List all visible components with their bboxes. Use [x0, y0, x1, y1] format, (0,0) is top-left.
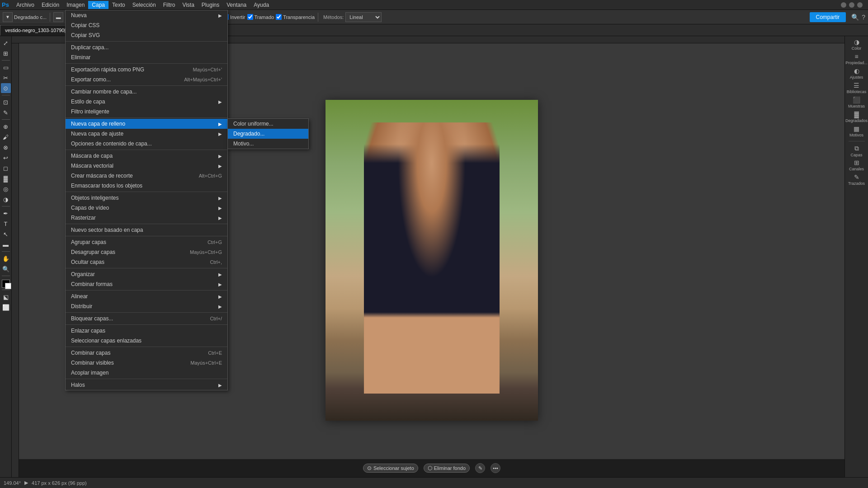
tool-shape[interactable]: ▬: [1, 239, 11, 249]
menu-item-combinar-formas[interactable]: Combinar formas ▶: [66, 279, 227, 289]
menubar-item-imagen[interactable]: Imagen: [63, 1, 88, 9]
menu-item-duplicar-capa[interactable]: Duplicar capa...: [66, 42, 227, 52]
menu-item-enlazar-capas[interactable]: Enlazar capas: [66, 326, 227, 336]
menu-item-exportacion-rapida[interactable]: Exportación rápida como PNG Mayús+Ctrl+': [66, 65, 227, 75]
menu-item-nueva-capa-relleno[interactable]: Nueva capa de relleno ▶ Color uniforme..…: [66, 119, 227, 129]
maximize-button[interactable]: [849, 2, 854, 8]
menubar-item-texto[interactable]: Texto: [108, 1, 129, 9]
menu-item-agrupar-capas[interactable]: Agrupar capas Ctrl+G: [66, 237, 227, 247]
right-capas-btn[interactable]: ⧉ Capas: [848, 144, 865, 158]
tool-selection-rect[interactable]: ▭: [1, 62, 11, 72]
tool-screen-mode[interactable]: ⬜: [1, 302, 11, 312]
tool-dodge[interactable]: ◑: [1, 194, 11, 204]
menu-item-capas-video[interactable]: Capas de vídeo ▶: [66, 203, 227, 213]
menu-item-halos[interactable]: Halos ▶: [66, 380, 227, 390]
metodo-select[interactable]: Lineal: [345, 12, 382, 22]
menu-item-mascara-vectorial[interactable]: Máscara vectorial ▶: [66, 161, 227, 171]
tool-hand[interactable]: ✋: [1, 253, 11, 263]
tool-eyedropper[interactable]: ✎: [1, 108, 11, 117]
menubar-item-archivo[interactable]: Archivo: [13, 1, 38, 9]
menu-item-alinear[interactable]: Alinear ▶: [66, 291, 227, 301]
tool-presets[interactable]: ▼ Degradado c...: [3, 12, 47, 22]
canvas-more-btn[interactable]: •••: [491, 463, 500, 473]
right-canales-btn[interactable]: ⊞ Canales: [848, 159, 865, 172]
transparencia-check[interactable]: Transparencia: [276, 14, 315, 20]
menubar-item-filtro[interactable]: Filtro: [160, 1, 179, 9]
submenu-item-color-uniforme[interactable]: Color uniforme...: [228, 119, 308, 129]
menu-item-crear-mascara-recorte[interactable]: Crear máscara de recorte Alt+Ctrl+G: [66, 171, 227, 181]
menu-item-exportar-como[interactable]: Exportar como... Alt+Mayús+Ctrl+': [66, 75, 227, 84]
gradient-linear-btn[interactable]: ▬: [53, 12, 63, 22]
menubar-item-ayuda[interactable]: Ayuda: [250, 1, 273, 9]
menu-item-filtro-inteligente[interactable]: Filtro inteligente: [66, 107, 227, 117]
menubar-item-seleccion[interactable]: Selección: [129, 1, 160, 9]
tool-move[interactable]: ⤢: [1, 38, 11, 48]
menu-item-eliminar[interactable]: Eliminar: [66, 52, 227, 62]
right-ajustes-btn[interactable]: ◐ Ajustes: [848, 67, 865, 80]
right-trazados-btn[interactable]: ✎ Trazados: [848, 173, 865, 187]
menu-item-organizar[interactable]: Organizar ▶: [66, 269, 227, 279]
menu-item-nueva-capa-ajuste[interactable]: Nueva capa de ajuste ▶: [66, 129, 227, 139]
menu-item-rasterizar[interactable]: Rasterizar ▶: [66, 213, 227, 223]
tool-text[interactable]: T: [1, 219, 11, 229]
select-subject-btn[interactable]: ⊙ Seleccionar sujeto: [363, 464, 418, 473]
menu-item-acoplar-imagen[interactable]: Acoplar imagen: [66, 368, 227, 378]
tool-clone[interactable]: ⊗: [1, 142, 11, 152]
menubar-item-plugins[interactable]: Plugins: [198, 1, 223, 9]
menu-item-combinar-capas[interactable]: Combinar capas Ctrl+E: [66, 348, 227, 358]
menu-item-copiar-svg[interactable]: Copiar SVG: [66, 30, 227, 40]
submenu-item-motivo[interactable]: Motivo...: [228, 139, 308, 149]
tool-history-brush[interactable]: ↩: [1, 153, 11, 163]
tool-eraser[interactable]: ◻: [1, 163, 11, 173]
remove-bg-btn[interactable]: ⬡ Eliminar fondo: [424, 464, 470, 473]
submenu-item-degradado[interactable]: Degradado...: [228, 129, 308, 139]
menu-item-copiar-css[interactable]: Copiar CSS: [66, 20, 227, 30]
menu-item-combinar-visibles[interactable]: Combinar visibles Mayús+Ctrl+E: [66, 358, 227, 368]
status-arrow[interactable]: ▶: [24, 480, 28, 486]
help-icon[interactable]: ?: [862, 14, 865, 21]
right-motivos-btn[interactable]: ▦ Motivos: [848, 125, 865, 138]
tool-blur[interactable]: ◎: [1, 184, 11, 194]
tool-path-select[interactable]: ↖: [1, 229, 11, 239]
search-icon[interactable]: 🔍: [851, 14, 859, 21]
right-bibliotecas-btn[interactable]: ☰ Bibliotecas: [848, 81, 865, 95]
tool-artboard[interactable]: ⊞: [1, 48, 11, 58]
right-propiedad-btn[interactable]: ≡ Propiedad...: [848, 52, 865, 66]
canvas-tool-btn-1[interactable]: ✎: [475, 463, 485, 473]
foreground-color[interactable]: [2, 280, 10, 288]
menu-item-cambiar-nombre[interactable]: Cambiar nombre de capa...: [66, 87, 227, 97]
right-degradados-btn[interactable]: ▓ Degradados: [848, 110, 865, 124]
menu-item-enmascarar-todos[interactable]: Enmascarar todos los objetos: [66, 181, 227, 191]
menu-item-opciones-contenido[interactable]: Opciones de contenido de capa...: [66, 139, 227, 149]
right-color-btn[interactable]: ◑ Color: [848, 38, 865, 52]
minimize-button[interactable]: [841, 2, 846, 8]
select-subject-icon: ⊙: [367, 465, 372, 471]
tool-heal[interactable]: ⊕: [1, 122, 11, 131]
menubar-item-ventana[interactable]: Ventana: [223, 1, 250, 9]
menubar-item-edicion[interactable]: Edición: [38, 1, 63, 9]
tool-crop[interactable]: ⊡: [1, 97, 11, 107]
tool-pen[interactable]: ✒: [1, 208, 11, 218]
menu-item-estilo-capa[interactable]: Estilo de capa ▶: [66, 97, 227, 107]
close-button[interactable]: [857, 2, 863, 8]
tool-quick-select[interactable]: ⊙: [1, 83, 11, 93]
tool-mode[interactable]: ⬕: [1, 292, 11, 302]
menu-item-seleccionar-capas-enlazadas[interactable]: Seleccionar capas enlazadas: [66, 336, 227, 346]
tramado-check[interactable]: Tramado: [247, 14, 274, 20]
tool-brush[interactable]: 🖌: [1, 132, 11, 142]
right-muestras-btn[interactable]: ⬛ Muestras: [848, 96, 865, 109]
menubar-item-capa[interactable]: Capa: [88, 1, 108, 9]
menu-item-bloquear-capas[interactable]: Bloquear capas... Ctrl+/: [66, 314, 227, 324]
tool-lasso[interactable]: ✂: [1, 73, 11, 83]
menu-item-ocultar-capas[interactable]: Ocultar capas Ctrl+,: [66, 257, 227, 267]
menu-item-distribuir[interactable]: Distribuir ▶: [66, 301, 227, 311]
tool-zoom[interactable]: 🔍: [1, 264, 11, 274]
menu-item-nueva[interactable]: Nueva ▶: [66, 10, 227, 20]
tool-gradient[interactable]: ▓: [1, 174, 11, 183]
menu-item-mascara-capa[interactable]: Máscara de capa ▶: [66, 151, 227, 161]
menu-item-nuevo-sector[interactable]: Nuevo sector basado en capa: [66, 225, 227, 235]
share-button[interactable]: Compartir: [810, 12, 846, 22]
menubar-item-vista[interactable]: Vista: [179, 1, 198, 9]
menu-item-desagrupar-capas[interactable]: Desagrupar capas Mayús+Ctrl+G: [66, 247, 227, 257]
menu-item-objetos-inteligentes[interactable]: Objetos inteligentes ▶: [66, 193, 227, 203]
